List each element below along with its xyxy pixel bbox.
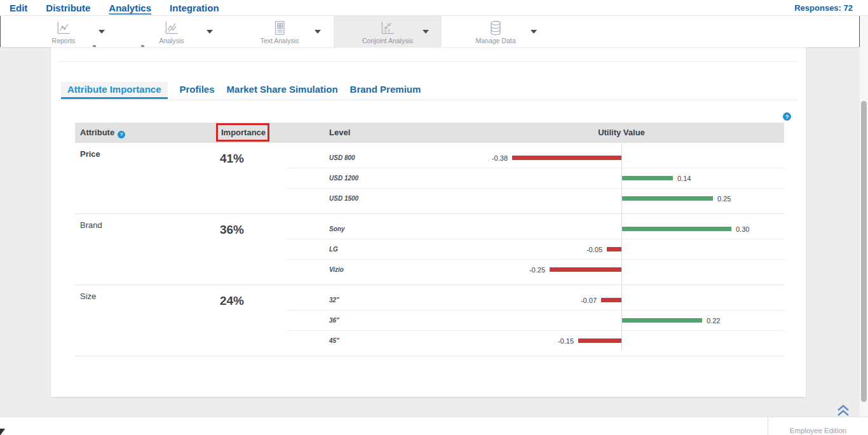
attribute-group-price: Price41%USD 800-0.38USD 12000.14USD 1500… <box>75 143 784 214</box>
utility-value-label: -0.38 <box>470 148 508 168</box>
utility-bar <box>578 338 621 343</box>
tab-profiles[interactable]: Profiles <box>180 82 215 99</box>
scrollbar-track[interactable] <box>860 16 868 435</box>
tab-market-share-simulation[interactable]: Market Share Simulation <box>227 82 338 99</box>
toolbar-item-text-analysis[interactable]: Text Analysis <box>226 16 334 47</box>
responses-count[interactable]: Responses: 72 <box>794 0 853 16</box>
nav-item-edit[interactable]: Edit <box>10 3 27 13</box>
level-row-vizio: Vizio-0.25 <box>286 260 784 280</box>
toolbar-item-label: Manage Data <box>442 37 550 44</box>
toolbar-item-conjoint-analysis[interactable]: Conjoint Analysis <box>334 16 442 47</box>
tab-brand-premium[interactable]: Brand Premium <box>350 82 421 99</box>
column-header-level: Level <box>329 123 350 143</box>
chevron-down-icon[interactable] <box>98 30 105 34</box>
level-name: USD 800 <box>329 148 355 168</box>
trend-chart-icon <box>163 20 180 36</box>
line-chart-icon <box>55 20 72 36</box>
scatter-plot-icon <box>379 20 396 36</box>
level-name: USD 1200 <box>329 168 358 189</box>
utility-bar <box>622 318 702 323</box>
utility-value-label: 0.30 <box>736 219 749 239</box>
table-body: Price41%USD 800-0.38USD 12000.14USD 1500… <box>75 143 784 356</box>
footer-bar <box>0 417 868 435</box>
utility-value-label: -0.05 <box>564 239 602 260</box>
level-row-usd-1500: USD 15000.25 <box>286 189 784 209</box>
chevron-down-icon[interactable] <box>531 30 537 34</box>
level-name: LG <box>329 239 338 260</box>
toolbar-item-label: Reports <box>10 37 118 44</box>
importance-value: 24% <box>168 294 295 308</box>
attribute-name: Size <box>80 291 96 301</box>
column-header-utility-value: Utility Value <box>577 123 666 143</box>
attribute-group-brand: Brand36%Sony0.30LG-0.05Vizio-0.25 <box>75 214 784 285</box>
level-row-sony: Sony0.30 <box>286 219 784 239</box>
toolbar-item-analysis[interactable]: Analysis <box>118 16 226 47</box>
help-icon[interactable]: ? <box>783 112 791 121</box>
attribute-group-size: Size24%32"-0.0736"0.2245"-0.15 <box>75 285 784 356</box>
tabs-divider <box>58 100 798 100</box>
utility-bar <box>550 267 621 272</box>
utility-bar <box>622 227 731 231</box>
chevron-down-icon[interactable] <box>423 30 429 34</box>
toolbar-item-manage-data[interactable]: Manage Data <box>442 16 550 47</box>
top-nav-items: EditDistributeAnalyticsIntegration <box>0 0 868 16</box>
attribute-name: Price <box>80 149 100 159</box>
cursor-artifact <box>0 429 5 435</box>
toolbar-item-reports[interactable]: Reports <box>10 16 118 47</box>
level-row-32: 32"-0.07 <box>286 290 784 311</box>
level-row-36: 36"0.22 <box>286 311 784 331</box>
levels-container: USD 800-0.38USD 12000.14USD 15000.25 <box>286 148 784 209</box>
level-name: Sony <box>329 219 344 239</box>
utility-bar <box>512 156 621 160</box>
levels-container: Sony0.30LG-0.05Vizio-0.25 <box>286 219 784 280</box>
table-header-row: Attribute? Importance Level Utility Valu… <box>75 123 784 143</box>
level-row-usd-1200: USD 12000.14 <box>286 168 784 189</box>
level-name: Vizio <box>329 260 344 280</box>
attribute-header-label: Attribute <box>80 128 114 137</box>
double-chevron-up-icon <box>836 403 851 417</box>
chevron-down-icon[interactable] <box>315 30 321 34</box>
toolbar-item-label: Text Analysis <box>226 37 334 44</box>
utility-value-label: -0.15 <box>536 331 574 351</box>
toolbar-item-label: Analysis <box>118 37 226 44</box>
attribute-importance-table: Attribute? Importance Level Utility Valu… <box>75 123 784 356</box>
utility-value-label: -0.25 <box>507 260 545 280</box>
utility-bar <box>622 196 713 201</box>
content-card: Attribute ImportanceProfilesMarket Share… <box>51 47 806 397</box>
level-name: 36" <box>329 311 339 331</box>
level-row-usd-800: USD 800-0.38 <box>286 148 784 168</box>
utility-bar <box>601 298 621 302</box>
chevron-down-icon[interactable] <box>207 30 213 34</box>
nav-item-distribute[interactable]: Distribute <box>46 3 90 13</box>
card-divider <box>58 61 798 62</box>
utility-bar <box>622 176 673 180</box>
level-name: 32" <box>329 290 339 311</box>
scroll-to-top-button[interactable] <box>836 403 851 417</box>
conjoint-tabs: Attribute ImportanceProfilesMarket Share… <box>61 82 421 99</box>
tab-attribute-importance[interactable]: Attribute Importance <box>61 82 168 99</box>
levels-container: 32"-0.0736"0.2245"-0.15 <box>286 290 784 351</box>
top-nav: EditDistributeAnalyticsIntegration Respo… <box>0 0 868 16</box>
edition-badge: Employee Edition <box>768 417 868 435</box>
database-icon <box>487 20 504 36</box>
attribute-name: Brand <box>80 220 102 230</box>
attribute-help-icon[interactable]: ? <box>118 131 125 138</box>
clipped-title-fragment <box>141 45 144 47</box>
utility-value-label: 0.25 <box>717 189 731 209</box>
importance-value: 41% <box>168 152 295 166</box>
clipped-title-fragment <box>93 45 96 47</box>
importance-value: 36% <box>168 223 295 237</box>
column-header-importance: Importance <box>221 123 266 143</box>
utility-value-label: 0.14 <box>677 168 691 189</box>
scrollbar-thumb[interactable] <box>861 101 867 402</box>
nav-item-analytics[interactable]: Analytics <box>109 3 151 13</box>
analytics-toolbar: ReportsAnalysisText AnalysisConjoint Ana… <box>0 16 860 47</box>
toolbar-item-label: Conjoint Analysis <box>334 37 442 44</box>
nav-item-integration[interactable]: Integration <box>170 3 219 13</box>
level-name: 45" <box>329 331 339 351</box>
column-header-attribute: Attribute? <box>80 123 125 143</box>
document-grid-icon <box>271 20 288 36</box>
level-name: USD 1500 <box>329 189 358 209</box>
level-row-45: 45"-0.15 <box>286 331 784 351</box>
utility-bar <box>607 247 621 251</box>
